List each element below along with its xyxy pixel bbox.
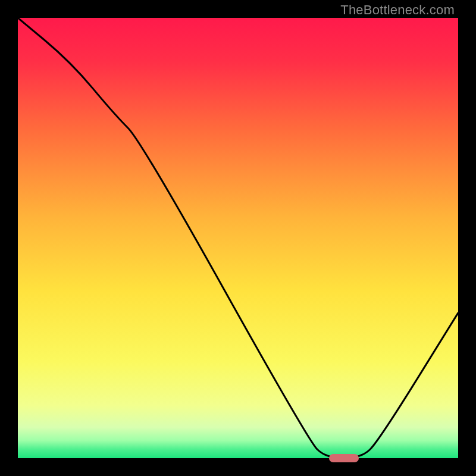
chart-background-gradient — [18, 18, 458, 458]
svg-rect-0 — [18, 18, 458, 458]
chart-frame — [18, 18, 458, 458]
optimal-marker — [329, 454, 359, 462]
watermark-text: TheBottleneck.com — [340, 2, 455, 18]
